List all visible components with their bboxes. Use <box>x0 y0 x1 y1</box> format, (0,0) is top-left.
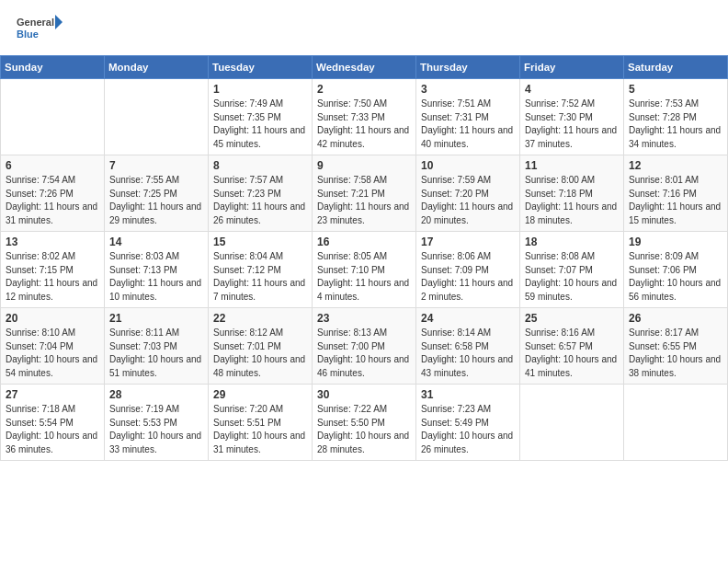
calendar-cell <box>105 79 209 155</box>
svg-text:General: General <box>17 17 54 28</box>
day-info: Sunrise: 7:49 AM Sunset: 7:35 PM Dayligh… <box>213 98 307 151</box>
day-number: 9 <box>317 159 411 172</box>
calendar-cell: 9Sunrise: 7:58 AM Sunset: 7:21 PM Daylig… <box>313 155 416 232</box>
calendar-cell: 13Sunrise: 8:02 AM Sunset: 7:15 PM Dayli… <box>1 232 105 308</box>
day-number: 25 <box>525 312 619 325</box>
logo: General Blue <box>17 13 63 46</box>
day-number: 23 <box>317 312 411 325</box>
day-info: Sunrise: 7:52 AM Sunset: 7:30 PM Dayligh… <box>525 98 619 151</box>
day-number: 6 <box>6 159 99 172</box>
calendar-cell: 29Sunrise: 7:20 AM Sunset: 5:51 PM Dayli… <box>209 385 313 461</box>
calendar-week-row: 27Sunrise: 7:18 AM Sunset: 5:54 PM Dayli… <box>1 385 728 461</box>
day-info: Sunrise: 8:17 AM Sunset: 6:55 PM Dayligh… <box>629 327 722 380</box>
day-info: Sunrise: 8:10 AM Sunset: 7:04 PM Dayligh… <box>6 327 99 380</box>
calendar-cell: 21Sunrise: 8:11 AM Sunset: 7:03 PM Dayli… <box>105 308 209 385</box>
day-number: 26 <box>629 312 722 325</box>
day-number: 15 <box>213 236 307 248</box>
day-info: Sunrise: 7:20 AM Sunset: 5:51 PM Dayligh… <box>213 403 307 456</box>
day-info: Sunrise: 8:03 AM Sunset: 7:13 PM Dayligh… <box>109 250 203 304</box>
day-info: Sunrise: 8:13 AM Sunset: 7:00 PM Dayligh… <box>317 327 411 380</box>
day-info: Sunrise: 7:18 AM Sunset: 5:54 PM Dayligh… <box>6 403 99 456</box>
calendar-cell: 7Sunrise: 7:55 AM Sunset: 7:25 PM Daylig… <box>105 155 209 232</box>
calendar-cell: 6Sunrise: 7:54 AM Sunset: 7:26 PM Daylig… <box>1 155 105 232</box>
day-info: Sunrise: 8:00 AM Sunset: 7:18 PM Dayligh… <box>525 174 619 227</box>
day-number: 22 <box>213 312 307 325</box>
day-info: Sunrise: 8:14 AM Sunset: 6:58 PM Dayligh… <box>421 327 515 380</box>
calendar-cell: 22Sunrise: 8:12 AM Sunset: 7:01 PM Dayli… <box>209 308 313 385</box>
calendar-cell: 28Sunrise: 7:19 AM Sunset: 5:53 PM Dayli… <box>105 385 209 461</box>
calendar-cell: 17Sunrise: 8:06 AM Sunset: 7:09 PM Dayli… <box>416 232 520 308</box>
calendar-week-row: 1Sunrise: 7:49 AM Sunset: 7:35 PM Daylig… <box>1 79 728 155</box>
logo-svg: General Blue <box>17 13 63 46</box>
day-number: 29 <box>213 388 307 401</box>
day-info: Sunrise: 8:16 AM Sunset: 6:57 PM Dayligh… <box>525 327 619 380</box>
calendar-cell: 4Sunrise: 7:52 AM Sunset: 7:30 PM Daylig… <box>520 79 624 155</box>
day-info: Sunrise: 8:08 AM Sunset: 7:07 PM Dayligh… <box>525 250 619 304</box>
svg-marker-2 <box>55 15 63 29</box>
calendar-cell: 10Sunrise: 7:59 AM Sunset: 7:20 PM Dayli… <box>416 155 520 232</box>
calendar-cell <box>1 79 105 155</box>
day-info: Sunrise: 8:06 AM Sunset: 7:09 PM Dayligh… <box>421 250 515 304</box>
calendar-cell: 24Sunrise: 8:14 AM Sunset: 6:58 PM Dayli… <box>416 308 520 385</box>
calendar-cell: 18Sunrise: 8:08 AM Sunset: 7:07 PM Dayli… <box>520 232 624 308</box>
day-of-week-header: Tuesday <box>209 56 313 79</box>
day-of-week-header: Wednesday <box>313 56 416 79</box>
day-info: Sunrise: 7:54 AM Sunset: 7:26 PM Dayligh… <box>6 174 99 227</box>
day-info: Sunrise: 7:55 AM Sunset: 7:25 PM Dayligh… <box>109 174 203 227</box>
calendar-cell: 16Sunrise: 8:05 AM Sunset: 7:10 PM Dayli… <box>313 232 416 308</box>
day-number: 7 <box>109 159 203 172</box>
calendar-cell: 25Sunrise: 8:16 AM Sunset: 6:57 PM Dayli… <box>520 308 624 385</box>
day-number: 20 <box>6 312 99 325</box>
day-number: 24 <box>421 312 515 325</box>
day-number: 16 <box>317 236 411 248</box>
day-info: Sunrise: 8:05 AM Sunset: 7:10 PM Dayligh… <box>317 250 411 304</box>
calendar-cell: 19Sunrise: 8:09 AM Sunset: 7:06 PM Dayli… <box>624 232 728 308</box>
day-number: 1 <box>213 83 307 96</box>
calendar-cell: 2Sunrise: 7:50 AM Sunset: 7:33 PM Daylig… <box>313 79 416 155</box>
day-info: Sunrise: 7:23 AM Sunset: 5:49 PM Dayligh… <box>421 403 515 456</box>
calendar-cell: 15Sunrise: 8:04 AM Sunset: 7:12 PM Dayli… <box>209 232 313 308</box>
day-number: 4 <box>525 83 619 96</box>
day-number: 8 <box>213 159 307 172</box>
calendar-header-row: SundayMondayTuesdayWednesdayThursdayFrid… <box>1 56 728 79</box>
day-number: 5 <box>629 83 722 96</box>
day-of-week-header: Sunday <box>1 56 105 79</box>
day-number: 30 <box>317 388 411 401</box>
day-number: 28 <box>109 388 203 401</box>
day-info: Sunrise: 8:04 AM Sunset: 7:12 PM Dayligh… <box>213 250 307 304</box>
day-number: 3 <box>421 83 515 96</box>
day-info: Sunrise: 7:22 AM Sunset: 5:50 PM Dayligh… <box>317 403 411 456</box>
day-info: Sunrise: 8:09 AM Sunset: 7:06 PM Dayligh… <box>629 250 722 304</box>
day-info: Sunrise: 7:57 AM Sunset: 7:23 PM Dayligh… <box>213 174 307 227</box>
calendar-cell: 1Sunrise: 7:49 AM Sunset: 7:35 PM Daylig… <box>209 79 313 155</box>
day-number: 12 <box>629 159 722 172</box>
calendar-week-row: 13Sunrise: 8:02 AM Sunset: 7:15 PM Dayli… <box>1 232 728 308</box>
day-number: 31 <box>421 388 515 401</box>
calendar-cell: 14Sunrise: 8:03 AM Sunset: 7:13 PM Dayli… <box>105 232 209 308</box>
day-number: 18 <box>525 236 619 248</box>
calendar-cell: 30Sunrise: 7:22 AM Sunset: 5:50 PM Dayli… <box>313 385 416 461</box>
day-info: Sunrise: 8:12 AM Sunset: 7:01 PM Dayligh… <box>213 327 307 380</box>
day-info: Sunrise: 7:19 AM Sunset: 5:53 PM Dayligh… <box>109 403 203 456</box>
calendar-cell: 8Sunrise: 7:57 AM Sunset: 7:23 PM Daylig… <box>209 155 313 232</box>
day-info: Sunrise: 7:51 AM Sunset: 7:31 PM Dayligh… <box>421 98 515 151</box>
calendar-cell <box>624 385 728 461</box>
calendar-table: SundayMondayTuesdayWednesdayThursdayFrid… <box>0 55 728 461</box>
calendar-cell: 27Sunrise: 7:18 AM Sunset: 5:54 PM Dayli… <box>1 385 105 461</box>
calendar-cell: 11Sunrise: 8:00 AM Sunset: 7:18 PM Dayli… <box>520 155 624 232</box>
calendar-cell <box>520 385 624 461</box>
svg-text:Blue: Blue <box>17 29 39 40</box>
calendar-cell: 12Sunrise: 8:01 AM Sunset: 7:16 PM Dayli… <box>624 155 728 232</box>
day-info: Sunrise: 7:50 AM Sunset: 7:33 PM Dayligh… <box>317 98 411 151</box>
day-info: Sunrise: 7:59 AM Sunset: 7:20 PM Dayligh… <box>421 174 515 227</box>
day-of-week-header: Monday <box>105 56 209 79</box>
day-info: Sunrise: 8:01 AM Sunset: 7:16 PM Dayligh… <box>629 174 722 227</box>
calendar-week-row: 20Sunrise: 8:10 AM Sunset: 7:04 PM Dayli… <box>1 308 728 385</box>
day-number: 27 <box>6 388 99 401</box>
day-info: Sunrise: 7:53 AM Sunset: 7:28 PM Dayligh… <box>629 98 722 151</box>
calendar-week-row: 6Sunrise: 7:54 AM Sunset: 7:26 PM Daylig… <box>1 155 728 232</box>
day-number: 17 <box>421 236 515 248</box>
page-header: General Blue <box>0 0 728 52</box>
day-info: Sunrise: 7:58 AM Sunset: 7:21 PM Dayligh… <box>317 174 411 227</box>
day-of-week-header: Friday <box>520 56 624 79</box>
